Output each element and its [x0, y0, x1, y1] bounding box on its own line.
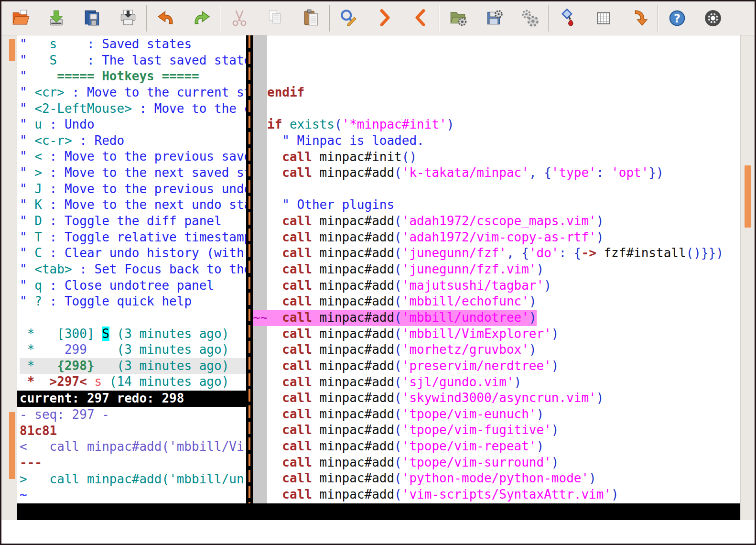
undotree-scrollbar-thumb[interactable] — [9, 39, 15, 61]
separator-dashes — [248, 35, 250, 503]
open-folder-icon — [11, 8, 31, 28]
find-in-help-button[interactable] — [695, 3, 731, 33]
find-replace-button[interactable] — [331, 3, 367, 33]
toolbar-group-find — [331, 3, 438, 33]
code-line: " < : Move to the previous saved state — [20, 149, 246, 165]
help-button[interactable]: ? — [659, 3, 695, 33]
toolbar-group-build — [550, 3, 657, 33]
chevron-left-icon — [410, 8, 431, 28]
print-button[interactable] — [110, 3, 146, 33]
sign-cell — [253, 438, 267, 455]
bottom-statusline: 2 +- ~/.vimrc [+] 81,27 36% — [17, 503, 740, 520]
redo-icon — [192, 8, 212, 28]
code-line: call minpac#add('adah1972/vim-copy-as-rt… — [253, 229, 740, 246]
save-session-button[interactable] — [476, 3, 512, 33]
sign-cell — [253, 374, 267, 391]
toolbar-separator — [146, 5, 147, 32]
code-line: " Minpac is loaded. — [253, 133, 740, 149]
toolbar-group-session — [440, 3, 548, 33]
run-script-button[interactable] — [512, 3, 548, 33]
code-line: < call minpac#add('mbbill/Vi — [20, 439, 246, 455]
code-line: call minpac#add('morhetz/gruvbox') — [253, 342, 740, 358]
command-line[interactable] — [1, 520, 755, 544]
sign-cell — [253, 117, 267, 133]
code-line: call minpac#add('k-takata/minpac', {'typ… — [253, 165, 740, 181]
sign-cell — [253, 390, 267, 406]
code-line: if exists('*minpac#init') — [253, 117, 740, 133]
window-split-separator[interactable] — [246, 35, 253, 503]
toolbar-group-clipboard — [221, 3, 329, 33]
undotree-panel[interactable]: " s : Saved states" S : The last saved s… — [17, 35, 246, 391]
code-line — [253, 181, 740, 197]
vimrc-buffer[interactable]: endifif exists('*minpac#init') " Minpac … — [253, 35, 740, 503]
code-line: " K : Move to the next undo state — [20, 197, 246, 213]
diff-panel[interactable]: - seq: 297 -81c81< call minpac#add('mbbi… — [17, 407, 246, 503]
paste-button[interactable] — [293, 3, 329, 33]
code-line: " <cr> : Move to the current state — [20, 85, 246, 101]
find-next-button[interactable] — [367, 3, 402, 33]
sign-cell — [253, 245, 267, 262]
question-mark-icon: ? — [667, 8, 687, 28]
code-line: call minpac#add('mbbill/echofunc') — [253, 294, 740, 310]
code-line: * >297< s (14 minutes ago) — [20, 374, 246, 390]
curved-arrow-down-icon — [629, 8, 649, 28]
undo-button[interactable] — [148, 3, 184, 33]
sign-cell — [253, 133, 267, 149]
sign-cell — [253, 487, 267, 503]
find-prev-button[interactable] — [402, 3, 438, 33]
sign-cell — [253, 149, 267, 165]
code-line: call minpac#add('junegunn/fzf.vim') — [253, 262, 740, 278]
make-button[interactable] — [550, 3, 585, 33]
jump-to-tag-button[interactable] — [621, 3, 657, 33]
copy-icon — [265, 8, 285, 28]
code-line: ~~ call minpac#add('mbbill/undotree') — [253, 310, 740, 326]
code-line: --- — [20, 455, 246, 471]
code-line: " Other plugins — [253, 197, 740, 213]
code-line: * {298} (3 minutes ago) — [20, 358, 246, 374]
code-line: " J : Move to the previous undo state — [20, 181, 246, 197]
left-scrollbar[interactable] — [1, 35, 17, 520]
code-line: call minpac#add('tpope/vim-surround') — [253, 455, 740, 471]
sign-cell — [253, 455, 267, 471]
scissors-icon — [229, 8, 249, 28]
cut-button[interactable] — [221, 3, 257, 33]
redo-button[interactable] — [184, 3, 219, 33]
open-button[interactable] — [2, 3, 38, 33]
diff-scrollbar-thumb[interactable] — [9, 412, 15, 479]
code-line: ~ — [20, 487, 246, 503]
code-line: call minpac#add('vim-scripts/SyntaxAttr.… — [253, 487, 740, 503]
code-line: call minpac#add('adah1972/cscope_maps.vi… — [253, 213, 740, 229]
code-line: * [300] S (3 minutes ago) — [20, 326, 246, 342]
copy-button[interactable] — [257, 3, 293, 33]
sign-cell — [253, 181, 267, 197]
load-session-button[interactable] — [440, 3, 476, 33]
code-line: call minpac#add('mbbill/VimExplorer') — [253, 326, 740, 342]
save-all-icon — [82, 8, 102, 28]
right-scrollbar[interactable] — [740, 35, 755, 520]
code-line: call minpac#add('sjl/gundo.vim') — [253, 374, 740, 391]
sign-cell — [253, 165, 267, 181]
save-icon — [46, 8, 66, 28]
save-all-button[interactable] — [74, 3, 110, 33]
toolbar-separator — [658, 5, 659, 32]
sign-cell — [253, 278, 267, 294]
svg-text:?: ? — [673, 12, 680, 25]
folder-gear-icon — [448, 8, 468, 28]
gvim-window: ? " s : Saved states" S : The last saved… — [0, 0, 756, 545]
print-icon — [118, 8, 138, 28]
chevron-right-icon — [375, 8, 395, 28]
code-line: 81c81 — [20, 423, 246, 439]
code-line: > call minpac#add('mbbill/un — [20, 471, 246, 488]
code-line: - seq: 297 - — [20, 407, 246, 423]
save-button[interactable] — [38, 3, 74, 33]
main-scrollbar-thumb[interactable] — [745, 165, 751, 228]
code-line: call minpac#add('tpope/vim-repeat') — [253, 438, 740, 455]
code-line: " <2-LeftMouse> : Move to the current st… — [20, 101, 246, 117]
build-tags-button[interactable] — [585, 3, 621, 33]
sign-cell — [253, 470, 267, 487]
code-line: call minpac#add('tpope/vim-fugitive') — [253, 422, 740, 438]
sign-cell — [253, 406, 267, 423]
sign-cell — [253, 358, 267, 374]
toolbar-group-file — [2, 3, 146, 33]
code-line: " <tab> : Set Focus back to the editor — [20, 262, 246, 278]
